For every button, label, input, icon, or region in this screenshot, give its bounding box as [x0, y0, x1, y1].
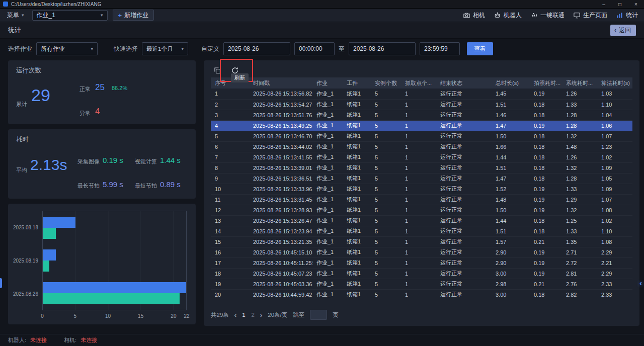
- start-date-input[interactable]: [223, 42, 290, 55]
- table-row[interactable]: 72025-08-26 15:13:41.553作业_1纸箱151运行正常1.4…: [211, 152, 632, 162]
- table-row[interactable]: 32025-08-26 15:13:51.763作业_1纸箱151运行正常1.4…: [211, 110, 632, 120]
- table-cell: 1.44: [492, 215, 530, 226]
- start-time-input[interactable]: [294, 42, 335, 55]
- jump-page-input[interactable]: [310, 310, 327, 320]
- end-time-input[interactable]: [420, 42, 460, 55]
- table-row[interactable]: 182025-08-26 10:45:07.232作业_1纸箱151运行正常3.…: [211, 268, 632, 279]
- table-cell: 1.48: [492, 194, 530, 205]
- table-cell: 纸箱1: [343, 268, 371, 279]
- table-cell: 17: [211, 257, 249, 268]
- table-row[interactable]: 22025-08-26 15:13:54.276作业_1纸箱151运行正常1.5…: [211, 99, 632, 110]
- table-row[interactable]: 152025-08-26 15:13:21.352作业_1纸箱151运行正常1.…: [211, 236, 632, 247]
- normal-runs-value: 25: [95, 82, 105, 93]
- column-header[interactable]: 系统耗时...: [562, 77, 597, 89]
- table-row[interactable]: 172025-08-26 10:45:11.259作业_1纸箱151运行正常2.…: [211, 257, 632, 268]
- column-header[interactable]: 抓取点个...: [401, 77, 436, 89]
- minimize-button[interactable]: –: [596, 0, 612, 8]
- table-cell: 作业_1: [312, 215, 343, 226]
- table-cell: 2025-08-26 15:13:26.473: [249, 215, 312, 226]
- table-cell: 作业_1: [312, 226, 343, 236]
- table-row[interactable]: 82025-08-26 15:13:39.010作业_1纸箱151运行正常1.5…: [211, 162, 632, 173]
- export-icon[interactable]: [213, 66, 221, 74]
- prev-page-button[interactable]: ‹: [234, 311, 236, 319]
- table-cell: 作业_1: [312, 120, 343, 131]
- table-cell: 1.47: [492, 120, 530, 131]
- table-row[interactable]: 42025-08-26 15:13:49.257作业_1纸箱151运行正常1.4…: [211, 120, 632, 131]
- table-cell: 1: [401, 184, 436, 194]
- plus-icon: +: [118, 12, 122, 19]
- next-page-button[interactable]: ›: [260, 311, 262, 319]
- vision-value: 1.44 s: [160, 156, 181, 164]
- table-cell: 1.23: [597, 141, 632, 152]
- table-cell: 运行正常: [436, 120, 492, 131]
- table-cell: 1: [401, 279, 436, 289]
- column-header[interactable]: 结束状态: [436, 77, 492, 89]
- add-job-button[interactable]: + 新增作业: [113, 10, 154, 21]
- table-cell: 1.48: [562, 141, 597, 152]
- table-cell: 1: [401, 120, 436, 131]
- camera-page-button[interactable]: 相机: [463, 11, 485, 20]
- production-page-button[interactable]: 生产页面: [573, 11, 607, 20]
- job-filter-select[interactable]: 所有作业 ▾: [36, 42, 98, 55]
- chevron-down-icon: ▾: [91, 46, 93, 51]
- page-number[interactable]: 2: [252, 312, 255, 318]
- quick-range-select[interactable]: 最近1个月 ▾: [142, 42, 188, 55]
- one-key-connect-button[interactable]: 一键联通: [530, 11, 565, 20]
- table-row[interactable]: 12025-08-26 15:13:56.820作业_1纸箱151运行正常1.4…: [211, 89, 632, 99]
- table-cell: 3: [211, 110, 249, 120]
- table-row[interactable]: 132025-08-26 15:13:26.473作业_1纸箱151运行正常1.…: [211, 215, 632, 226]
- column-header[interactable]: 拍照耗时...: [530, 77, 562, 89]
- table-cell: 2.81: [562, 268, 597, 279]
- table-cell: 0.19: [530, 194, 562, 205]
- back-button[interactable]: ‹ 返回: [610, 25, 636, 36]
- table-cell: 1: [401, 110, 436, 120]
- table-row[interactable]: 52025-08-26 15:13:46.706作业_1纸箱151运行正常1.5…: [211, 131, 632, 141]
- table-row[interactable]: 202025-08-26 10:44:59.427作业_1纸箱151运行正常3.…: [211, 289, 632, 300]
- table-cell: 0.18: [530, 173, 562, 184]
- left-panel-edge-tab[interactable]: [0, 278, 2, 288]
- menu-dropdown[interactable]: 菜单 ▾: [4, 10, 27, 21]
- table-cell: 1: [401, 99, 436, 110]
- job-select[interactable]: 作业_1 ▾: [32, 10, 108, 21]
- table-cell: 纸箱1: [343, 215, 371, 226]
- table-cell: 2025-08-26 15:13:54.276: [249, 99, 312, 110]
- table-row[interactable]: 122025-08-26 15:13:28.934作业_1纸箱151运行正常1.…: [211, 205, 632, 215]
- column-header[interactable]: 工件: [343, 77, 371, 89]
- view-button[interactable]: 查看: [467, 42, 493, 55]
- normal-pct-value: 86.2%: [112, 85, 127, 91]
- table-row[interactable]: 92025-08-26 15:13:36.512作业_1纸箱151运行正常1.4…: [211, 173, 632, 184]
- maximize-button[interactable]: □: [612, 0, 628, 8]
- table-cell: 纸箱1: [343, 110, 371, 120]
- table-row[interactable]: 192025-08-26 10:45:03.368作业_1纸箱151运行正常2.…: [211, 279, 632, 289]
- table-row[interactable]: 62025-08-26 15:13:44.027作业_1纸箱151运行正常1.6…: [211, 141, 632, 152]
- table-row[interactable]: 102025-08-26 15:13:33.963作业_1纸箱151运行正常1.…: [211, 184, 632, 194]
- table-cell: 2025-08-26 10:45:15.108: [249, 247, 312, 257]
- table-cell: 纸箱1: [343, 205, 371, 215]
- table-row[interactable]: 112025-08-26 15:13:31.454作业_1纸箱151运行正常1.…: [211, 194, 632, 205]
- table-cell: 5: [371, 226, 401, 236]
- table-cell: 2025-08-26 15:13:39.010: [249, 162, 312, 173]
- page-number[interactable]: 1: [242, 312, 245, 318]
- table-cell: 2.33: [597, 279, 632, 289]
- table-cell: 运行正常: [436, 257, 492, 268]
- column-header[interactable]: 实例个数: [371, 77, 401, 89]
- back-label: 返回: [619, 26, 631, 35]
- page-size-select[interactable]: 20条/页: [268, 311, 287, 319]
- column-header[interactable]: 作业: [312, 77, 343, 89]
- end-date-input[interactable]: [349, 42, 416, 55]
- column-header[interactable]: 总时长(s): [492, 77, 530, 89]
- robot-page-button[interactable]: 机器人: [494, 11, 522, 20]
- column-header[interactable]: 时间戳: [249, 77, 312, 89]
- close-button[interactable]: ×: [628, 0, 644, 8]
- table-cell: 1: [401, 257, 436, 268]
- table-cell: 1.02: [597, 215, 632, 226]
- right-panel-expand-button[interactable]: ‹: [637, 277, 644, 289]
- column-header[interactable]: 算法耗时(s): [597, 77, 632, 89]
- table-cell: 1: [401, 247, 436, 257]
- statistics-page-button[interactable]: 统计: [616, 11, 638, 20]
- table-cell: 0.21: [530, 279, 562, 289]
- table-row[interactable]: 142025-08-26 15:13:23.941作业_1纸箱151运行正常1.…: [211, 226, 632, 236]
- table-row[interactable]: 162025-08-26 10:45:15.108作业_1纸箱151运行正常2.…: [211, 247, 632, 257]
- table-cell: 1.08: [597, 236, 632, 247]
- table-cell: 作业_1: [312, 205, 343, 215]
